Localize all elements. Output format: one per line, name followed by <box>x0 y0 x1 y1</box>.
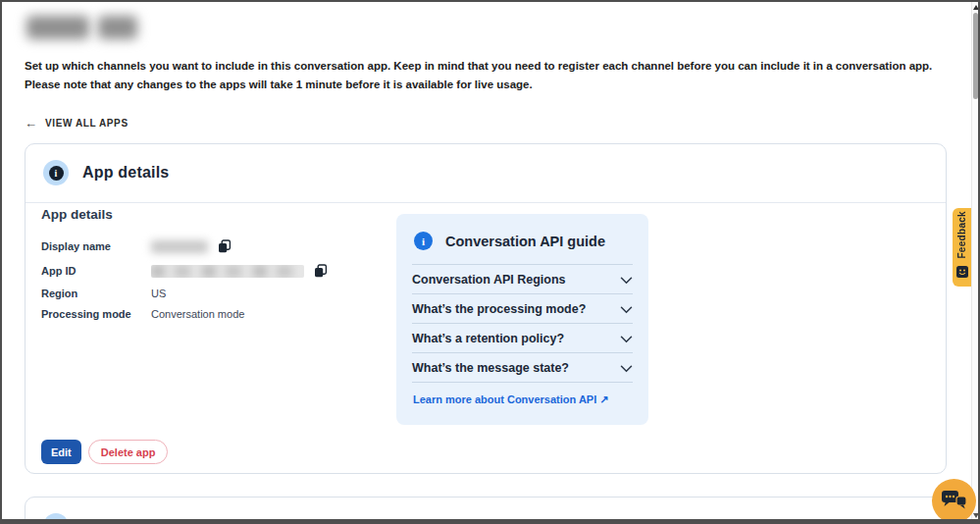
field-display-name: Display name <box>41 239 232 253</box>
test-your-app-card: Test your app <box>25 497 947 524</box>
chat-bubbles-icon <box>941 488 967 515</box>
field-processing-mode: Processing mode Conversation mode <box>41 307 244 321</box>
accordion-retention-policy[interactable]: What’s a retention policy? <box>412 323 633 352</box>
back-link-label: VIEW ALL APPS <box>45 118 129 129</box>
copy-icon[interactable] <box>314 264 328 278</box>
external-link-icon: ↗ <box>599 393 608 405</box>
card-header: i App details <box>43 160 169 185</box>
flask-icon <box>43 513 69 524</box>
card-title: Test your app <box>82 517 186 524</box>
redacted-text-blob <box>98 16 137 39</box>
chat-widget-button[interactable] <box>932 479 976 523</box>
redacted-text-blob <box>26 16 89 39</box>
page-description: Set up which channels you want to includ… <box>25 57 948 94</box>
learn-more-link[interactable]: Learn more about Conversation API ↗ <box>413 393 609 406</box>
accordion-processing-mode[interactable]: What’s the processing mode? <box>412 293 633 323</box>
conversation-api-guide-panel: i Conversation API guide Conversation AP… <box>396 214 648 425</box>
field-label: Display name <box>41 240 151 252</box>
card-title: App details <box>82 164 169 182</box>
feedback-label: Feedback <box>956 211 967 259</box>
field-label: App ID <box>41 265 151 277</box>
redacted-value <box>151 240 208 253</box>
edit-button[interactable]: Edit <box>41 440 81 464</box>
scroll-down-arrow-icon[interactable] <box>973 513 979 518</box>
accordion-message-state[interactable]: What’s the message state? <box>412 352 633 382</box>
app-details-card: i App details App details Display name A… <box>25 143 947 474</box>
field-app-id: App ID <box>41 264 328 278</box>
section-title: App details <box>41 207 113 222</box>
chevron-down-icon <box>620 300 633 318</box>
divider <box>26 202 946 203</box>
delete-app-button[interactable]: Delete app <box>88 440 169 464</box>
vertical-scrollbar[interactable] <box>971 2 978 519</box>
feedback-tab[interactable]: Feedback <box>953 208 971 287</box>
chevron-down-icon <box>620 359 633 377</box>
chevron-down-icon <box>620 330 633 347</box>
info-icon: i <box>43 160 69 185</box>
field-value: Conversation mode <box>151 308 244 320</box>
card-actions: Edit Delete app <box>41 440 168 464</box>
field-value: US <box>151 288 166 299</box>
arrow-left-icon: ← <box>25 117 37 130</box>
view-all-apps-link[interactable]: ← VIEW ALL APPS <box>25 117 129 130</box>
app-window: Set up which channels you want to includ… <box>0 0 980 524</box>
scroll-up-arrow-icon[interactable] <box>973 5 979 10</box>
divider <box>412 382 633 383</box>
guide-header: i Conversation API guide <box>414 232 605 250</box>
accordion-conversation-api-regions[interactable]: Conversation API Regions <box>412 264 633 293</box>
field-label: Processing mode <box>41 308 151 320</box>
guide-title: Conversation API guide <box>445 234 605 249</box>
info-icon: i <box>414 232 433 250</box>
card-header: Test your app <box>43 513 186 524</box>
redacted-value-bar <box>151 265 304 278</box>
smiley-icon <box>956 264 968 282</box>
field-label: Region <box>41 288 151 299</box>
copy-icon[interactable] <box>218 239 232 253</box>
chevron-down-icon <box>620 271 633 288</box>
scrollbar-thumb[interactable] <box>973 13 978 99</box>
field-region: Region US <box>41 287 166 300</box>
